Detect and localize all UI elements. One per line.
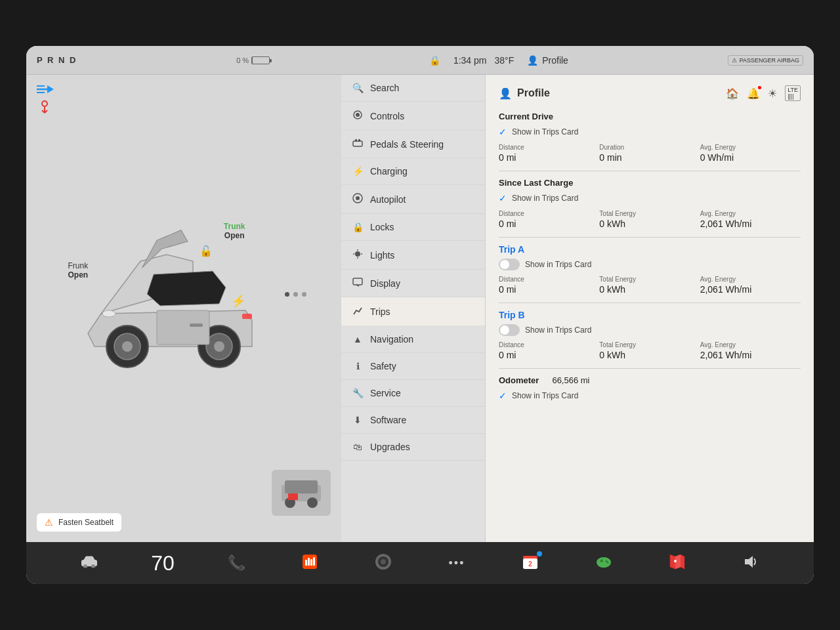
taskbar: 70 📞 ••• 2 bbox=[26, 542, 814, 584]
right-panel: 👤 Profile 🏠 🔔 ☀ LTE|||| Current Drive bbox=[486, 75, 814, 542]
current-drive-section: Current Drive ✓ Show in Trips Card Dista… bbox=[499, 112, 801, 163]
menu-item-display[interactable]: Display bbox=[341, 270, 485, 297]
since-charge-stats: Distance 0 mi Total Energy 0 kWh Avg. En… bbox=[499, 210, 801, 229]
since-charge-show-trips-row[interactable]: ✓ Show in Trips Card bbox=[499, 193, 801, 203]
upgrades-icon: 🛍 bbox=[352, 442, 364, 452]
menu-item-safety[interactable]: ℹ Safety bbox=[341, 353, 485, 380]
trip-a-total-energy: Total Energy 0 kWh bbox=[599, 276, 700, 295]
menu-label-search: Search bbox=[370, 83, 399, 93]
locks-icon: 🔒 bbox=[352, 222, 364, 232]
pedals-icon bbox=[352, 138, 364, 150]
current-drive-distance: Distance 0 mi bbox=[499, 144, 599, 163]
taskbar-car[interactable] bbox=[76, 550, 102, 576]
menu-label-charging: Charging bbox=[370, 166, 408, 177]
controls-icon bbox=[352, 110, 364, 122]
menu-item-service[interactable]: 🔧 Service bbox=[341, 380, 485, 407]
trip-b-total-energy-label: Total Energy bbox=[599, 341, 700, 348]
menu-item-navigation[interactable]: ▲ Navigation bbox=[341, 326, 485, 353]
svg-rect-25 bbox=[353, 141, 362, 146]
charging-bolt-icon: ⚡ bbox=[231, 294, 245, 308]
menu-label-locks: Locks bbox=[370, 222, 394, 232]
seatbelt-warning: ⚠ Fasten Seatbelt bbox=[37, 513, 121, 532]
odometer-show-trips-row[interactable]: ✓ Show in Trips Card bbox=[499, 390, 801, 401]
menu-label-controls: Controls bbox=[370, 111, 404, 121]
trip-b-toggle[interactable] bbox=[499, 324, 520, 336]
battery-pct-label: 0 % bbox=[236, 56, 249, 64]
profile-header-label: Profile bbox=[542, 55, 568, 66]
temp-display: 38°F bbox=[494, 55, 514, 66]
menu-item-pedals[interactable]: Pedals & Steering bbox=[341, 131, 485, 158]
volume-icon bbox=[742, 555, 759, 572]
taskbar-music[interactable] bbox=[297, 550, 323, 576]
trunk-status-label: Trunk Open bbox=[224, 222, 245, 240]
trip-a-section: Trip A Show in Trips Card Distance 0 mi … bbox=[499, 244, 801, 295]
taskbar-phone[interactable]: 📞 bbox=[223, 550, 249, 576]
menu-item-charging[interactable]: ⚡ Charging bbox=[341, 158, 485, 185]
svg-point-56 bbox=[607, 562, 609, 564]
taskbar-camera[interactable] bbox=[370, 550, 396, 576]
warning-triangle-icon: ⚠ bbox=[45, 517, 53, 528]
current-drive-header: Current Drive bbox=[499, 112, 801, 121]
home-icon[interactable]: 🏠 bbox=[726, 87, 739, 100]
left-panel: Trunk Open Frunk Open 🔓 ⚡ bbox=[26, 75, 341, 542]
gamepad-icon bbox=[595, 553, 612, 573]
odometer-label: Odometer bbox=[499, 375, 539, 385]
menu-label-navigation: Navigation bbox=[370, 334, 413, 345]
since-charge-avg-energy-label: Avg. Energy bbox=[700, 210, 801, 217]
trip-a-toggle-row[interactable]: Show in Trips Card bbox=[499, 259, 801, 270]
trip-a-distance-label: Distance bbox=[499, 276, 599, 283]
tesla-screen: P R N D 0 % 🔒 1:34 pm 38°F 👤 Profile ⚠ P… bbox=[26, 46, 814, 584]
speed-value: 70 bbox=[151, 551, 175, 576]
car-diagram-svg bbox=[62, 209, 285, 379]
svg-point-29 bbox=[356, 196, 360, 200]
svg-rect-17 bbox=[242, 314, 252, 319]
trip-b-total-energy: Total Energy 0 kWh bbox=[599, 341, 700, 360]
menu-item-software[interactable]: ⬇ Software bbox=[341, 407, 485, 434]
since-charge-checkbox: ✓ bbox=[499, 193, 507, 203]
menu-item-controls[interactable]: Controls bbox=[341, 102, 485, 131]
current-drive-distance-value: 0 mi bbox=[499, 152, 599, 163]
menu-item-lights[interactable]: Lights bbox=[341, 241, 485, 270]
menu-item-search[interactable]: 🔍 Search bbox=[341, 75, 485, 102]
current-drive-avg-energy-label: Avg. Energy bbox=[700, 144, 801, 151]
bell-icon[interactable]: 🔔 bbox=[747, 87, 760, 100]
menu-label-service: Service bbox=[370, 388, 401, 398]
trip-a-total-energy-label: Total Energy bbox=[599, 276, 700, 283]
trip-a-avg-energy-label: Avg. Energy bbox=[700, 276, 801, 283]
profile-icon: 👤 bbox=[499, 87, 512, 100]
since-charge-distance-label: Distance bbox=[499, 210, 599, 217]
menu-item-upgrades[interactable]: 🛍 Upgrades bbox=[341, 434, 485, 461]
phone-icon: 📞 bbox=[228, 555, 245, 572]
passenger-airbag-indicator: ⚠ PASSENGER AIRBAG bbox=[728, 55, 803, 66]
since-charge-show-trips-label: Show in Trips Card bbox=[512, 194, 578, 203]
svg-point-20 bbox=[307, 497, 318, 508]
current-drive-checkbox: ✓ bbox=[499, 127, 507, 137]
taskbar-calendar[interactable]: 2 bbox=[517, 550, 543, 576]
thumbnail-svg bbox=[278, 475, 324, 511]
trip-b-show-trips-label: Show in Trips Card bbox=[525, 326, 591, 335]
taskbar-gamepad[interactable] bbox=[591, 550, 617, 576]
seatbelt-warning-text: Fasten Seatbelt bbox=[58, 518, 114, 527]
odometer-show-trips-label: Show in Trips Card bbox=[512, 391, 578, 400]
autopilot-icon bbox=[352, 193, 364, 205]
menu-item-trips[interactable]: Trips bbox=[341, 297, 485, 326]
search-icon: 🔍 bbox=[352, 83, 364, 93]
lte-badge: LTE|||| bbox=[785, 85, 801, 101]
airbag-label: PASSENGER AIRBAG bbox=[740, 57, 799, 64]
taskbar-volume[interactable] bbox=[738, 550, 764, 576]
dots-menu-icon: ••• bbox=[449, 556, 465, 570]
trip-a-toggle[interactable] bbox=[499, 259, 520, 270]
svg-point-16 bbox=[102, 310, 116, 317]
taskbar-dots[interactable]: ••• bbox=[444, 550, 470, 576]
menu-item-autopilot[interactable]: Autopilot bbox=[341, 185, 485, 214]
current-drive-show-trips-row[interactable]: ✓ Show in Trips Card bbox=[499, 127, 801, 137]
brightness-icon[interactable]: ☀ bbox=[768, 87, 777, 100]
profile-header[interactable]: 👤 Profile bbox=[527, 55, 568, 66]
taskbar-maps[interactable] bbox=[664, 550, 690, 576]
menu-item-locks[interactable]: 🔒 Locks bbox=[341, 214, 485, 241]
service-icon: 🔧 bbox=[352, 388, 364, 398]
menu-label-safety: Safety bbox=[370, 361, 396, 371]
trip-b-toggle-row[interactable]: Show in Trips Card bbox=[499, 324, 801, 336]
svg-rect-14 bbox=[157, 310, 209, 345]
since-last-charge-section: Since Last Charge ✓ Show in Trips Card D… bbox=[499, 178, 801, 229]
